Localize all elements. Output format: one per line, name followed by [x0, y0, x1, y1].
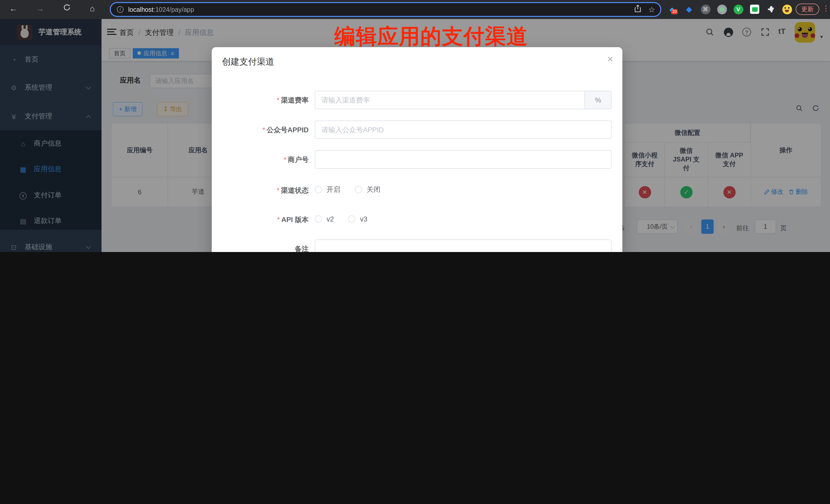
radio-icon	[315, 215, 322, 222]
rate-unit-append: %	[585, 91, 612, 109]
field-label-status: *渠道状态	[212, 186, 309, 195]
remark-input[interactable]	[315, 240, 612, 252]
browser-menu-icon[interactable]: ⋮	[822, 4, 829, 12]
radio-icon	[348, 215, 355, 222]
home-icon[interactable]: ⌂	[86, 4, 98, 13]
rate-input[interactable]	[315, 91, 585, 109]
radio-api-v2[interactable]: v2	[315, 215, 334, 223]
field-api-version: v2 v3	[315, 212, 612, 226]
extension-icon-gem[interactable]: ◆	[683, 4, 695, 15]
extension-icon-command[interactable]: ⌘	[700, 4, 711, 15]
field-appid	[315, 121, 612, 139]
field-rate: %	[315, 91, 612, 109]
url-text[interactable]: localhost:1024/pay/app	[128, 6, 194, 13]
radio-status-open[interactable]: 开启	[315, 185, 341, 194]
reload-icon[interactable]	[61, 4, 73, 13]
browser-toolbar: ← → ⌂ i localhost:1024/pay/app ☆ ◆10 ◆ ⌘…	[0, 0, 830, 19]
browser-update-button[interactable]: 更新	[796, 4, 819, 15]
bookmark-star-icon[interactable]: ☆	[648, 5, 655, 14]
field-remark	[315, 240, 612, 252]
field-label-api-version: *API 版本	[212, 215, 309, 225]
annotation-text: 编辑应用的支付渠道	[334, 23, 528, 51]
extension-icon-record[interactable]	[716, 4, 728, 15]
radio-icon	[355, 186, 362, 193]
extension-badge: 10	[671, 9, 678, 14]
appid-input[interactable]	[315, 121, 612, 139]
create-channel-dialog: 创建支付渠道 × *渠道费率 % *公众号APPID *商户号 *渠道状态 开启…	[212, 47, 622, 252]
extension-icon-tasks[interactable]: ◆10	[667, 4, 678, 15]
radio-api-v3[interactable]: v3	[348, 215, 368, 223]
radio-status-closed[interactable]: 关闭	[355, 185, 380, 194]
extensions-puzzle-icon[interactable]	[765, 4, 777, 15]
dialog-title: 创建支付渠道	[222, 56, 274, 68]
share-icon[interactable]	[634, 5, 641, 14]
merchant-input[interactable]	[315, 150, 612, 169]
extension-icon-v[interactable]: V	[733, 4, 744, 15]
field-status: 开启 关闭	[315, 183, 612, 197]
dialog-close-icon[interactable]: ×	[607, 53, 613, 65]
back-icon[interactable]: ←	[7, 4, 20, 13]
forward-icon[interactable]: →	[34, 4, 46, 13]
url-bar[interactable]: i localhost:1024/pay/app ☆	[110, 2, 661, 17]
field-label-merchant: *商户号	[212, 155, 309, 165]
field-label-remark: 备注	[212, 245, 309, 252]
field-label-rate: *渠道费率	[212, 96, 309, 105]
screen: ← → ⌂ i localhost:1024/pay/app ☆ ◆10 ◆ ⌘…	[0, 0, 830, 252]
field-label-appid: *公众号APPID	[212, 126, 309, 135]
site-info-icon[interactable]: i	[117, 6, 124, 13]
field-merchant	[315, 150, 612, 169]
extension-icon-chat[interactable]	[749, 4, 760, 15]
radio-icon	[315, 186, 322, 193]
profile-avatar-icon[interactable]	[781, 4, 793, 15]
